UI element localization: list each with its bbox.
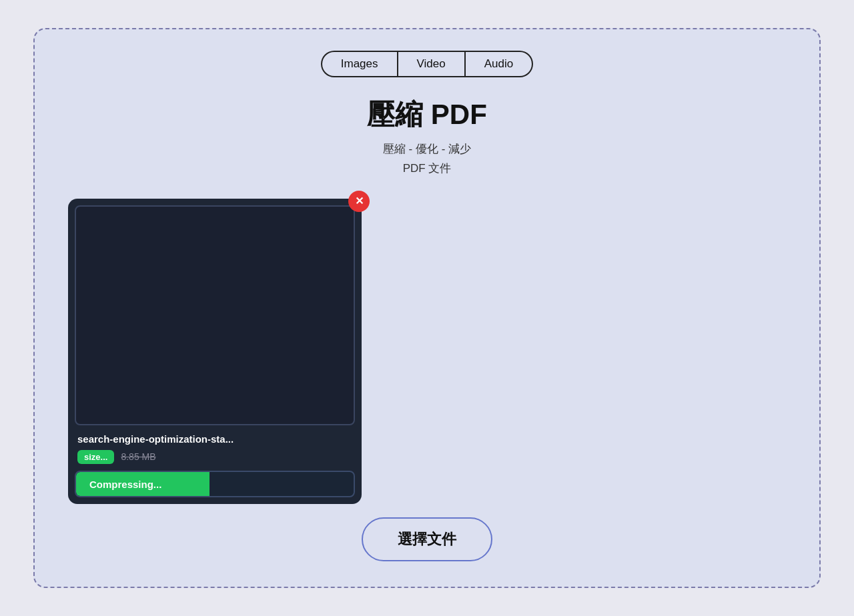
tab-images[interactable]: Images [321,51,398,77]
content-area: ✕ search-engine-optimization-sta... size… [61,199,793,504]
size-badge: size... [77,450,114,464]
select-file-button[interactable]: 選擇文件 [362,517,492,561]
file-name: search-engine-optimization-sta... [75,433,355,445]
page-subtitle: 壓縮 - 優化 - 減少 PDF 文件 [383,140,471,179]
bottom-area: 選擇文件 [61,504,793,561]
progress-bar-container: Compressing... [75,471,355,497]
progress-bar-fill [76,472,209,496]
file-size-row: size... 8.85 MB [75,450,355,464]
tab-video[interactable]: Video [398,51,465,77]
tab-bar: Images Video Audio [321,51,533,77]
original-size: 8.85 MB [121,451,155,462]
close-button[interactable]: ✕ [348,191,370,212]
main-container: Images Video Audio 壓縮 PDF 壓縮 - 優化 - 減少 P… [33,28,821,588]
file-card: ✕ search-engine-optimization-sta... size… [68,199,362,504]
tab-audio[interactable]: Audio [465,51,533,77]
page-title: 壓縮 PDF [367,96,487,133]
file-preview [75,205,355,425]
